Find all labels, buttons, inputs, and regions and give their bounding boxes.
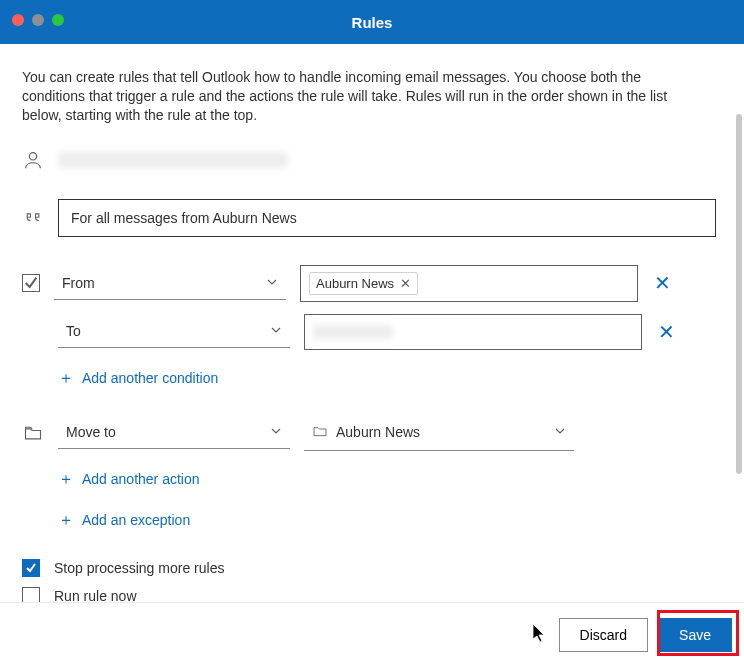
run-now-row: Run rule now <box>22 587 716 602</box>
person-icon <box>22 149 44 171</box>
remove-condition-button[interactable]: ✕ <box>656 320 676 344</box>
chevron-down-icon <box>270 323 282 339</box>
chip-label: Auburn News <box>316 276 394 291</box>
stop-processing-row: Stop processing more rules <box>22 559 716 577</box>
plus-icon: ＋ <box>58 368 74 389</box>
run-now-checkbox[interactable] <box>22 587 40 602</box>
folder-icon <box>312 423 328 442</box>
condition-value-to[interactable]: xxxx <box>304 314 642 350</box>
plus-icon: ＋ <box>58 469 74 490</box>
condition-row-to: To xxxx ✕ <box>22 314 716 350</box>
add-action-label: Add another action <box>82 471 200 487</box>
action-row: Move to Auburn News <box>22 415 716 451</box>
add-action-row: ＋ Add another action <box>22 463 716 496</box>
footer: Discard Save <box>0 602 744 666</box>
condition-type-select-to[interactable]: To <box>58 315 290 348</box>
add-exception-row: ＋ Add an exception <box>22 504 716 537</box>
condition-row-from: From Auburn News ✕ ✕ <box>22 265 716 302</box>
content-area: You can create rules that tell Outlook h… <box>0 44 744 602</box>
add-condition-row: ＋ Add another condition <box>22 362 716 395</box>
recipient-redacted: xxxx <box>313 325 393 339</box>
maximize-window-button[interactable] <box>52 14 64 26</box>
sender-chip: Auburn News ✕ <box>309 272 418 295</box>
condition-type-label: From <box>62 275 95 291</box>
add-action-link[interactable]: ＋ Add another action <box>58 463 200 496</box>
add-exception-link[interactable]: ＋ Add an exception <box>58 504 190 537</box>
remove-condition-button[interactable]: ✕ <box>652 271 672 295</box>
quote-icon <box>22 208 44 228</box>
action-folder-select[interactable]: Auburn News <box>304 415 574 451</box>
rule-name-row <box>22 199 716 237</box>
window-title: Rules <box>352 14 393 31</box>
close-window-button[interactable] <box>12 14 24 26</box>
plus-icon: ＋ <box>58 510 74 531</box>
rule-name-input[interactable] <box>58 199 716 237</box>
chevron-down-icon <box>270 424 282 440</box>
intro-text: You can create rules that tell Outlook h… <box>22 68 716 125</box>
account-name-redacted: xxxxx <box>58 152 288 168</box>
svg-point-0 <box>29 152 36 159</box>
chevron-down-icon <box>266 275 278 291</box>
chevron-down-icon <box>554 424 566 440</box>
action-folder-label: Auburn News <box>336 424 420 440</box>
discard-button[interactable]: Discard <box>559 618 648 652</box>
run-now-label: Run rule now <box>54 588 137 602</box>
account-row: xxxxx <box>22 149 716 171</box>
chip-remove-icon[interactable]: ✕ <box>400 276 411 291</box>
action-type-label: Move to <box>66 424 116 440</box>
window-controls <box>12 14 64 26</box>
add-condition-link[interactable]: ＋ Add another condition <box>58 362 218 395</box>
action-type-select[interactable]: Move to <box>58 416 290 449</box>
save-button[interactable]: Save <box>658 618 732 652</box>
add-condition-label: Add another condition <box>82 370 218 386</box>
stop-processing-label: Stop processing more rules <box>54 560 224 576</box>
minimize-window-button[interactable] <box>32 14 44 26</box>
add-exception-label: Add an exception <box>82 512 190 528</box>
checkmark-icon <box>22 274 40 292</box>
folder-move-icon <box>22 423 44 443</box>
titlebar: Rules <box>0 0 744 44</box>
vertical-scrollbar[interactable] <box>736 114 742 474</box>
condition-type-select-from[interactable]: From <box>54 267 286 300</box>
stop-processing-checkbox[interactable] <box>22 559 40 577</box>
condition-type-label: To <box>66 323 81 339</box>
condition-value-from[interactable]: Auburn News ✕ <box>300 265 638 302</box>
